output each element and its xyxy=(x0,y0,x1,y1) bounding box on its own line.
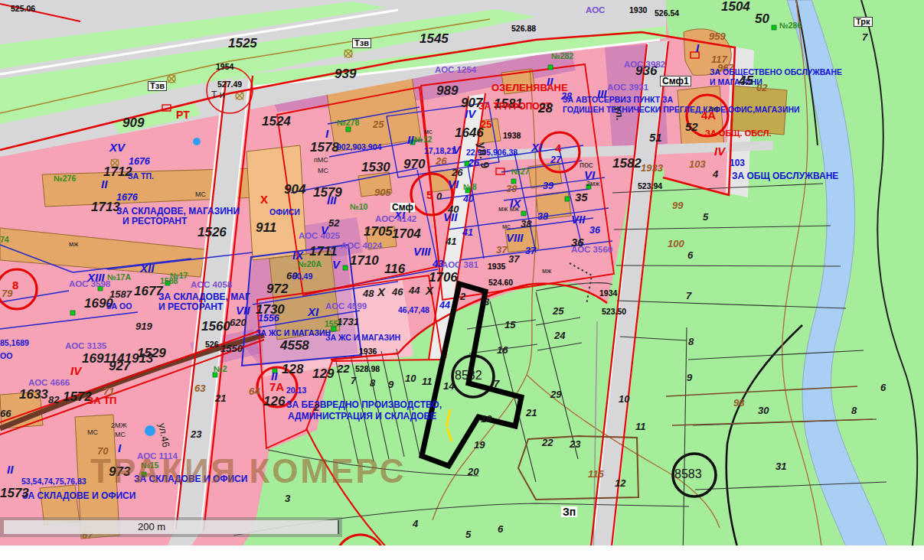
address-label: №17 xyxy=(170,272,188,280)
parcel-number: 48 xyxy=(363,288,374,298)
building-tag: МС xyxy=(115,431,126,438)
building-tag: МС xyxy=(318,168,328,174)
circled-number: 8 xyxy=(12,279,18,291)
parcel-number: 11 xyxy=(635,422,646,431)
zone-purpose-red: ЗА ОБЩ. ОБСЛ. xyxy=(705,129,771,138)
block-roman: V xyxy=(332,259,340,270)
parcel-number: 989 xyxy=(436,84,458,97)
parcel-number: 1526 xyxy=(198,226,227,239)
building-tag: мс xyxy=(502,223,511,230)
block-roman: IV xyxy=(465,108,475,119)
road-number: 909 xyxy=(122,116,144,129)
building-tag: мж xyxy=(542,268,551,275)
parcel-number: 959 xyxy=(709,31,726,41)
parcel-number: 30 xyxy=(758,405,769,415)
zone-purpose: И РЕСТОРАНТ xyxy=(158,302,223,311)
parcel-number: 5 xyxy=(465,529,471,539)
block-roman: I xyxy=(325,128,328,139)
parcel-number: 12 xyxy=(615,478,625,488)
parcel-number: 1560 xyxy=(201,320,230,333)
circled-number: 7А xyxy=(269,381,284,392)
parcel-number: 64 xyxy=(249,386,260,396)
address-label: №12 xyxy=(414,135,432,144)
building-tag: МС xyxy=(87,429,98,436)
zone-purpose: ЗА ЖС И МАГАЗИН xyxy=(325,334,400,342)
block-roman: I xyxy=(696,42,699,54)
parcel-number: 79 xyxy=(2,288,12,298)
road-number: 1525 xyxy=(228,37,257,50)
parcel-number: 31 xyxy=(775,461,786,471)
aos-label: АОС 4599 xyxy=(325,302,367,311)
block-roman-red: IV xyxy=(714,145,725,157)
parcel-number: 26 xyxy=(452,168,462,177)
circled-number: 5 xyxy=(426,189,433,200)
cadastral-map-canvas[interactable]: 525.06 1930 526.88 526.54 1954 527.49 Т … xyxy=(0,0,924,560)
parcel-list: 53,54,74,75,76,83 xyxy=(21,477,87,486)
parcel-number: 129 xyxy=(312,367,334,380)
parcel-number: 63 xyxy=(194,383,205,393)
parcel-number: 115 xyxy=(588,469,604,479)
parcel-number: 970 xyxy=(403,158,425,171)
block-roman: VI xyxy=(448,178,459,190)
parcel-number: 44 xyxy=(439,301,450,311)
parcel-number: 52 xyxy=(328,218,339,228)
parcel-number: 620 xyxy=(230,317,247,327)
scale-bar-label: 200 m xyxy=(138,521,165,532)
parcel-number: 9 xyxy=(388,379,393,389)
zone-purpose: ЗА ТП. xyxy=(128,172,154,181)
parcel-list: 902,903,904 xyxy=(337,143,381,151)
aos-label: АОС 3931 xyxy=(607,83,648,93)
elevation-label: 523.50 xyxy=(602,308,626,316)
zone-purpose: ЗА СКЛАДОВЕ, МАГАЗИНИ xyxy=(116,207,240,216)
building-tag: МС xyxy=(195,191,206,198)
parcel-number: 21 xyxy=(215,393,226,403)
parcel-number: 8 xyxy=(688,337,694,347)
parcel-number: 02 xyxy=(756,83,767,93)
parcel-number: 1706 xyxy=(429,271,458,284)
zone-purpose: АДМИНИСТРАЦИЯ И СКЛАДОВЕ xyxy=(288,412,436,421)
smf-sign: Смф1 xyxy=(660,76,691,86)
street-sign: Тзв xyxy=(352,38,371,48)
point-label: 1954 xyxy=(216,63,233,71)
parcel-number: 1530 xyxy=(361,161,390,174)
parcel-number: 24 xyxy=(554,330,565,340)
bottom-margin xyxy=(0,545,924,560)
parcel-number: 37 xyxy=(508,254,519,264)
address-label: №27 xyxy=(511,168,529,176)
parcel-list: 17,18,21 xyxy=(424,147,455,155)
block-roman: II xyxy=(101,178,107,190)
zone-purpose: ЗА БЕЗВРЕДНО ПРОИЗВОДСТВО, xyxy=(286,400,442,409)
parcel-number: 1573 xyxy=(0,487,29,500)
aos-label: АОС 4058 xyxy=(191,281,232,290)
parcel-number: 11 xyxy=(422,376,433,386)
parcel-number: 1676 xyxy=(129,157,150,167)
parcel-number: 41 xyxy=(462,228,473,238)
cadastre-number: 8582 xyxy=(455,370,482,382)
building-tag: пос xyxy=(580,161,593,169)
parcel-number: 1550 xyxy=(220,343,243,353)
point-label: Т и xyxy=(211,90,224,99)
zone-purpose: ЗА СКЛАДОВЕ И ОФИСИ xyxy=(22,491,135,500)
parcel-number: 23 xyxy=(570,439,580,449)
road-number: 1545 xyxy=(420,32,449,45)
parcel-number: 37 xyxy=(525,246,536,256)
parcel-number: 919 xyxy=(135,321,152,331)
address-label: №278 xyxy=(337,119,359,127)
parcel-number: 1711 xyxy=(309,245,338,258)
parcel-number: 52 xyxy=(685,121,698,132)
parcel-number: 25 xyxy=(553,306,563,316)
point-label: 1934 xyxy=(599,289,617,298)
parcel-number: 4558 xyxy=(280,339,309,352)
elevation-label: 528.98 xyxy=(355,365,380,373)
parcel-number: 911 xyxy=(256,221,276,234)
elevation-label: 527.49 xyxy=(217,80,242,89)
parcel-list: 50,49 xyxy=(292,272,312,281)
block-roman: II xyxy=(407,134,413,145)
aos-label: АОС xyxy=(586,6,605,15)
address-label: №17А xyxy=(107,273,131,282)
parcel-number: 7 xyxy=(494,379,499,389)
parcel-number: 39 xyxy=(506,184,517,194)
zone-purpose-red: ОЗЕЛЕНЯВАНЕ xyxy=(491,83,568,93)
parcel-number: 28 xyxy=(538,102,553,115)
parcel-number: 1710 xyxy=(350,254,379,267)
